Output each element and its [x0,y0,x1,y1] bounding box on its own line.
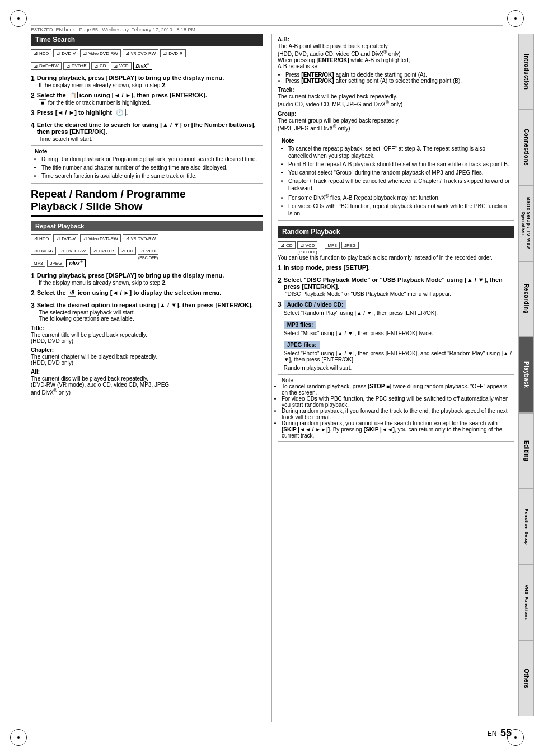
ab-section-title: A-B: [278,36,514,43]
sidebar-tab-recording[interactable]: Recording [518,261,534,337]
rand-device-cd: ⊿CD [278,241,296,249]
device-dvdplusr: ⊿DVD+R [63,62,90,70]
left-column: Time Search ⊿HDD ⊿DVD-V ⊿VideoDVD-RW ⊿VR… [31,34,271,722]
device-dvdr: ⊿DVD-R [160,49,185,57]
main-content: Time Search ⊿HDD ⊿DVD-V ⊿VideoDVD-RW ⊿VR… [31,34,514,722]
sidebar-tab-function-setup[interactable]: Function Setup [518,489,534,565]
random-devices: ⊿CD ⊿VCD (PBC OFF) MP3 JPEG [278,241,514,249]
ab-section-body: The A-B point will be played back repeat… [278,43,514,69]
right-sidebar: Introduction Connections Basic Setup / T… [518,34,534,716]
header-page: Page 55 [79,27,99,32]
rp-device-cd: ⊿CD [118,247,136,255]
header-time: 8:18 PM [176,27,195,32]
repeat-title-detail: The current title will be played back re… [31,332,263,344]
rp-device-hdd: ⊿HDD [31,234,51,242]
page-number: 55 [500,727,512,739]
step3-jpeg-label: JPEG files: [284,341,320,349]
rand-device-mp3: MP3 [325,242,339,249]
repeat-step1: 1 During playback, press [DISPLAY] to br… [31,272,263,286]
random-intro: You can use this function to play back a… [278,255,514,261]
step3-mp3-label: MP3 files: [284,321,317,329]
rand-device-jpeg: JPEG [341,242,359,249]
header-bar: E3TK7FD_EN.book Page 55 Wednesday, Febru… [31,25,503,32]
ab-bullets: Press [ENTER/OK] again to decide the sta… [278,72,514,84]
rp-device-mp3: MP3 [31,260,45,267]
track-label: Track: [278,87,514,93]
sidebar-tab-vhs-functions[interactable]: VHS Functions [518,565,534,641]
random-note: Note To cancel random playback, press [S… [278,374,514,442]
rp-device-video-dvdrw: ⊿VideoDVD-RW [80,234,121,242]
random-step2: 2 Select "DISC Playback Mode" or "USB Pl… [278,276,514,297]
time-search-devices-row2: ⊿DVD+RW ⊿DVD+R ⊿CD ⊿VCD DivX® [31,62,263,70]
repeat-chapter-detail: The current chapter will be played back … [31,354,263,366]
corner-decoration-tr [507,10,524,27]
random-step3: 3 Audio CD / video CD: Select "Random Pl… [278,300,514,371]
step3-audio-label: Audio CD / video CD: [284,300,347,309]
repeat-note: Note To cancel the repeat playback, sele… [278,135,514,221]
repeat-step3: 3 Select the desired option to repeat us… [31,302,263,322]
repeat-playback-devices-row2: ⊿DVD-R ⊿DVD+RW ⊿DVD+R ⊿CD ⊿VCD (PBC OFF) [31,247,263,255]
random-start-text: Random playback will start. [284,365,514,371]
random-step1: 1 In stop mode, press [SETUP]. [278,264,514,273]
device-cd: ⊿CD [91,62,109,70]
device-vr-dvdrw: ⊿VRDVD-RW [123,49,158,57]
sidebar-tab-playback[interactable]: Playback [518,337,534,413]
rp-device-vcd: ⊿VCD (PBC OFF) [138,247,158,255]
rp-device-dvdr: ⊿DVD-R [31,247,56,255]
step3-jpeg-text: Select "Photo" using [▲ / ▼], then press… [284,350,514,363]
header-date: Wednesday, February 17, 2010 [102,27,172,32]
repeat-all-label: All: [31,369,263,375]
page-lang: EN [488,730,497,738]
time-search-step2: 2 Select the 📋 icon using [◄ / ►], then … [31,92,263,106]
device-divx: DivX® [133,62,152,70]
time-search-step4: 4 Enter the desired time to search for u… [31,121,263,142]
random-playback-header: Random Playback [278,226,514,238]
rp-device-dvdplusrw: ⊿DVD+RW [58,247,88,255]
step3-audio-text: Select "Random Play" using [▲ / ▼], then… [284,310,514,316]
time-search-devices-row1: ⊿HDD ⊿DVD-V ⊿VideoDVD-RW ⊿VRDVD-RW ⊿DVD-… [31,49,263,57]
corner-decoration-bl [10,729,27,746]
repeat-all-detail: The current disc will be played back rep… [31,375,263,396]
repeat-chapter-label: Chapter: [31,347,263,353]
repeat-random-programme-title: Repeat / Random / ProgrammePlayback / Sl… [31,188,263,217]
sidebar-tab-introduction[interactable]: Introduction [518,34,534,110]
sidebar-tab-editing[interactable]: Editing [518,413,534,489]
track-detail: The current track will be played back re… [278,93,514,107]
sidebar-tab-connections[interactable]: Connections [518,110,534,186]
repeat-title-label: Title: [31,325,263,331]
header-filename: E3TK7FD_EN.book [31,27,75,32]
rp-device-vr-dvdrw: ⊿VRDVD-RW [123,234,158,242]
group-label: Group: [278,111,514,117]
right-column: A-B: The A-B point will be played back r… [271,34,514,722]
time-search-step1: 1 During playback, press [DISPLAY] to br… [31,74,263,88]
rp-device-divx: DivX® [66,259,85,267]
device-vcd: ⊿VCD [111,62,132,70]
rp-device-jpeg: JPEG [47,260,64,267]
repeat-playback-header: Repeat Playback [31,221,263,231]
corner-decoration-tl [10,10,27,27]
time-search-note: Note During Random playback or Programme… [31,145,263,184]
rp-device-dvdv: ⊿DVD-V [53,234,78,242]
rand-device-vcd: ⊿VCD (PBC OFF) [297,241,318,249]
repeat-playback-devices-row1: ⊿HDD ⊿DVD-V ⊿VideoDVD-RW ⊿VRDVD-RW [31,234,263,242]
page-footer: EN 55 [31,725,512,739]
repeat-step2: 2 Select the ↺ icon using [◄ / ►] to dis… [31,289,263,298]
sidebar-tab-others[interactable]: Others [518,641,534,717]
device-video-dvdrw: ⊿VideoDVD-RW [80,49,121,57]
device-dvdplusrw: ⊿DVD+RW [31,62,62,70]
group-detail: The current group will be played back re… [278,118,514,132]
time-search-header: Time Search [31,34,263,46]
sidebar-tab-basic-setup[interactable]: Basic Setup / TV View Operation [518,185,534,261]
step3-mp3-text: Select "Music" using [▲ / ▼], then press… [284,330,514,336]
device-dvdv: ⊿DVD-V [53,49,78,57]
repeat-playback-devices-row3: MP3 JPEG DivX® [31,259,263,267]
rp-device-dvdplusr: ⊿DVD+R [90,247,116,255]
time-search-step3: 3 Press [◄ / ►] to highlight 🕐. [31,109,263,118]
device-hdd: ⊿HDD [31,49,51,57]
